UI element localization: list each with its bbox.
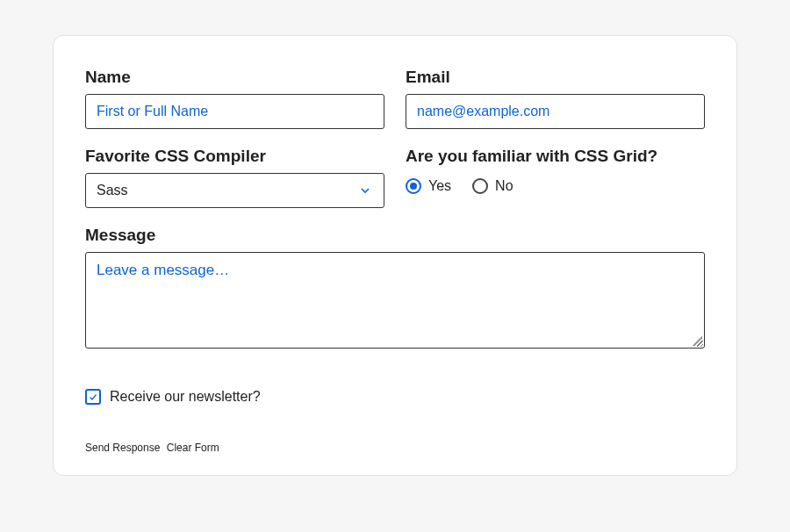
- resize-handle-icon[interactable]: [690, 334, 702, 346]
- form-card: Name First or Full Name Email name@examp…: [53, 35, 737, 476]
- grid-radio-group: Yes No: [406, 178, 705, 194]
- message-label: Message: [85, 226, 705, 245]
- compiler-field-group: Favorite CSS Compiler Sass: [85, 147, 384, 208]
- radio-checked-icon: [406, 178, 421, 194]
- newsletter-checkbox[interactable]: [85, 389, 101, 405]
- message-field-group: Message Leave a message…: [85, 226, 705, 349]
- check-icon: [88, 392, 98, 402]
- email-input[interactable]: name@example.com: [406, 94, 705, 129]
- submit-button[interactable]: Send Response: [85, 442, 163, 454]
- grid-radio-no-label: No: [495, 178, 513, 194]
- radio-unchecked-icon: [472, 178, 488, 194]
- chevron-down-icon: [357, 183, 373, 198]
- message-placeholder: Leave a message…: [97, 262, 229, 278]
- newsletter-row: Receive our newsletter?: [85, 389, 705, 405]
- grid-field-group: Are you familiar with CSS Grid? Yes No: [406, 147, 705, 208]
- name-field-group: Name First or Full Name: [85, 68, 384, 129]
- compiler-selected-value: Sass: [97, 183, 128, 198]
- email-input-placeholder: name@example.com: [417, 104, 549, 119]
- newsletter-label: Receive our newsletter?: [110, 389, 261, 405]
- reset-button[interactable]: Clear Form: [167, 442, 223, 454]
- name-label: Name: [85, 68, 384, 87]
- grid-radio-no[interactable]: No: [472, 178, 513, 194]
- name-input[interactable]: First or Full Name: [85, 94, 384, 129]
- compiler-label: Favorite CSS Compiler: [85, 147, 384, 166]
- name-input-placeholder: First or Full Name: [97, 104, 208, 119]
- grid-label: Are you familiar with CSS Grid?: [406, 147, 705, 166]
- message-textarea[interactable]: Leave a message…: [85, 252, 705, 349]
- grid-radio-yes-label: Yes: [428, 178, 451, 194]
- email-field-group: Email name@example.com: [406, 68, 705, 129]
- email-label: Email: [406, 68, 705, 87]
- form-actions: Send Response Clear Form: [85, 442, 705, 454]
- grid-radio-yes[interactable]: Yes: [406, 178, 451, 194]
- compiler-select[interactable]: Sass: [85, 173, 384, 208]
